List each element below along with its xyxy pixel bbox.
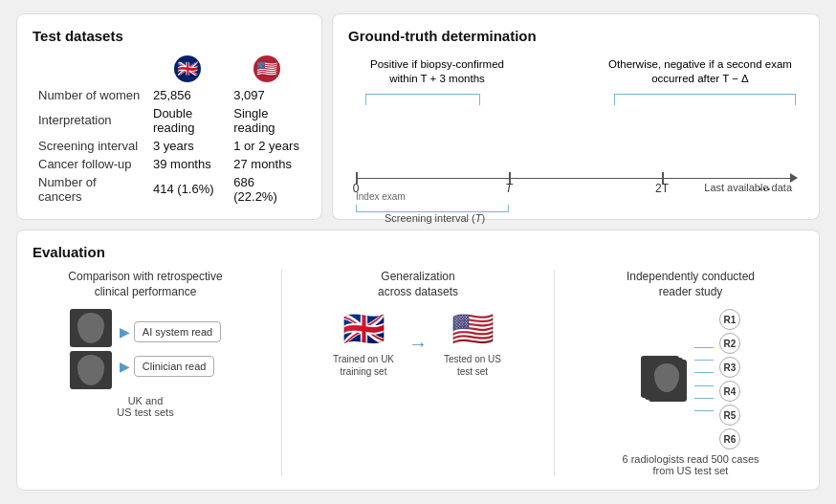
row-us-4: 686 (22.2%)	[228, 173, 306, 206]
test-datasets-card: Test datasets 🇬🇧 🇺🇸 Number of wo	[16, 13, 322, 220]
negative-label: Otherwise, negative if a second exam occ…	[605, 57, 796, 86]
row-uk-4: 414 (1.6%)	[147, 173, 228, 206]
datasets-table: 🇬🇧 🇺🇸 Number of women 25,856 3,097 Inter…	[33, 54, 306, 206]
table-row: Number of cancers 414 (1.6%) 686 (22.2%)	[33, 173, 306, 206]
ai-arrow-icon: ▶	[120, 324, 130, 340]
divider-1	[281, 270, 282, 476]
us-flag-header: 🇺🇸	[228, 54, 306, 86]
us-flag-large: 🇺🇸	[451, 309, 495, 349]
test-datasets-title: Test datasets	[33, 28, 306, 44]
reader-circle-r3: R3	[719, 357, 740, 378]
generalization-diagram: 🇬🇧 Trained on UK training set → 🇺🇸 Teste…	[305, 309, 531, 378]
timeline-area: Positive if biopsy-confirmed within T + …	[348, 54, 803, 201]
table-row: Number of women 25,856 3,097	[33, 86, 306, 104]
row-us-2: 1 or 2 years	[228, 137, 306, 155]
reader-mammo-3	[649, 360, 687, 402]
eval-section-comparison: Comparison with retrospectiveclinical pe…	[33, 270, 258, 418]
brace-positive	[365, 94, 480, 105]
reader-circle-r5: R5	[719, 405, 740, 426]
eval-section1-title: Comparison with retrospectiveclinical pe…	[33, 270, 258, 299]
row-label-1: Interpretation	[33, 104, 147, 137]
us-flag-block: 🇺🇸 Tested on US test set	[439, 309, 506, 378]
mammo-images	[70, 309, 112, 389]
reader-mammo-stack	[641, 356, 689, 404]
eval-section1-caption: UK andUS test sets	[33, 395, 258, 418]
reader-lines	[694, 341, 714, 418]
eval-section3-title: Independently conductedreader study	[578, 270, 803, 299]
eval-section-generalization: Generalizationacross datasets 🇬🇧 Trained…	[305, 270, 531, 378]
reader-line-2	[694, 360, 714, 361]
row-us-0: 3,097	[228, 86, 306, 104]
main-container: Test datasets 🇬🇧 🇺🇸 Number of wo	[7, 4, 829, 500]
brace-negative	[614, 94, 796, 105]
uk-flag-large: 🇬🇧	[342, 309, 385, 349]
positive-label: Positive if biopsy-confirmed within T + …	[365, 57, 509, 86]
row-label-4: Number of cancers	[33, 173, 147, 206]
row-us-3: 27 months	[228, 155, 306, 173]
timeline-axis	[356, 178, 796, 180]
label-2T: 2T	[655, 182, 669, 195]
uk-flag-icon: 🇬🇧	[174, 55, 201, 82]
uk-flag-header: 🇬🇧	[147, 54, 228, 86]
clinician-arrow-icon: ▶	[120, 359, 130, 374]
row-uk-2: 3 years	[147, 137, 228, 155]
reader-circles: R1R2R3R4R5R6	[719, 309, 740, 449]
ground-truth-title: Ground-truth determination	[348, 28, 803, 44]
table-row: Interpretation Double reading Single rea…	[33, 104, 306, 137]
row-label-2: Screening interval	[33, 137, 147, 155]
us-test-label: Tested on US test set	[439, 353, 506, 378]
ground-truth-card: Ground-truth determination Positive if b…	[332, 13, 820, 220]
eval-arrows: ▶ AI system read ▶ Clinician read	[120, 321, 221, 377]
ai-system-box: AI system read	[134, 321, 221, 342]
reader-diagram: R1R2R3R4R5R6	[578, 309, 803, 449]
reader-circle-r6: R6	[719, 428, 740, 449]
row-label-3: Cancer follow-up	[33, 155, 147, 173]
reader-circle-r1: R1	[719, 309, 740, 330]
uk-flag-block: 🇬🇧 Trained on UK training set	[330, 309, 397, 378]
last-data-label: Last available data	[704, 182, 792, 193]
eval-sections: Comparison with retrospectiveclinical pe…	[33, 270, 803, 476]
row-label-0: Number of women	[33, 86, 147, 104]
mammo-image-2	[70, 351, 112, 389]
comparison-diagram: ▶ AI system read ▶ Clinician read	[33, 309, 258, 389]
table-row: Cancer follow-up 39 months 27 months	[33, 155, 306, 173]
evaluation-card: Evaluation Comparison with retrospective…	[16, 230, 820, 491]
eval-section2-title: Generalizationacross datasets	[305, 270, 531, 299]
reader-circle-r4: R4	[719, 381, 740, 402]
row-uk-0: 25,856	[147, 86, 228, 104]
reader-line-1	[694, 347, 714, 348]
reader-line-3	[694, 372, 714, 373]
eval-section-reader: Independently conductedreader study	[578, 270, 803, 476]
clinician-arrow-row: ▶ Clinician read	[120, 356, 215, 377]
reader-circle-r2: R2	[719, 333, 740, 354]
row-us-1: Single reading	[228, 104, 306, 137]
row-uk-3: 39 months	[147, 155, 228, 173]
generalization-arrow: →	[408, 333, 428, 355]
us-flag-icon: 🇺🇸	[253, 55, 280, 82]
ai-arrow-row: ▶ AI system read	[120, 321, 221, 342]
screening-label: Screening interval (T)	[385, 212, 485, 224]
mammo-image-1	[70, 309, 112, 347]
reader-line-6	[694, 410, 714, 411]
label-T: T	[505, 182, 512, 195]
sublabel-index: Index exam	[356, 191, 406, 202]
reader-line-5	[694, 398, 714, 399]
top-row: Test datasets 🇬🇧 🇺🇸 Number of wo	[16, 13, 820, 220]
screening-brace	[356, 205, 509, 212]
evaluation-title: Evaluation	[33, 244, 803, 260]
divider-2	[554, 270, 555, 476]
row-uk-1: Double reading	[147, 104, 228, 137]
reader-caption: 6 radiologists read 500 casesfrom US tes…	[578, 453, 803, 476]
table-row: Screening interval 3 years 1 or 2 years	[33, 137, 306, 155]
clinician-box: Clinician read	[134, 356, 215, 377]
uk-train-label: Trained on UK training set	[330, 353, 397, 378]
timeline-container: 0 Index exam T 2T … Screening interval (…	[356, 168, 796, 197]
reader-line-4	[694, 385, 714, 386]
